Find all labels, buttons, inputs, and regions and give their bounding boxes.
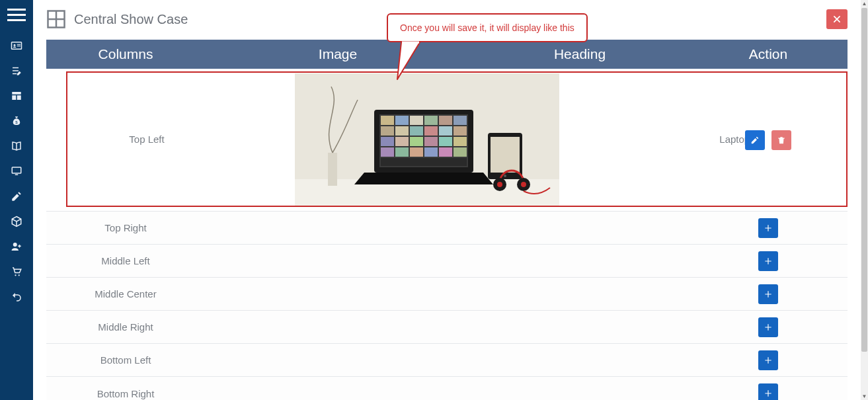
main-content: Central Show Case Columns Image Heading …: [33, 0, 861, 400]
svg-point-11: [13, 243, 17, 247]
callout-tail-icon: [393, 41, 433, 87]
add-button[interactable]: [758, 218, 778, 238]
svg-marker-47: [354, 173, 493, 184]
cell-image: [205, 278, 471, 310]
book-icon[interactable]: [0, 134, 33, 159]
cell-action: [689, 212, 848, 244]
menu-icon[interactable]: [5, 5, 28, 24]
svg-rect-40: [381, 147, 394, 157]
svg-rect-24: [410, 116, 423, 125]
cell-heading: [471, 212, 689, 244]
add-button[interactable]: [758, 317, 778, 337]
svg-point-54: [521, 182, 526, 187]
svg-point-13: [19, 274, 20, 276]
add-button[interactable]: [758, 251, 778, 271]
edit-button[interactable]: [745, 130, 765, 150]
svg-rect-31: [424, 126, 438, 136]
cell-action: [689, 344, 848, 376]
page-title: Central Show Case: [74, 12, 188, 27]
cell-column: Bottom Left: [46, 344, 205, 376]
scroll-down-icon[interactable]: ▼: [861, 393, 868, 400]
cell-heading: [471, 311, 689, 343]
svg-rect-2: [17, 44, 20, 45]
cell-action: [689, 245, 848, 277]
svg-rect-28: [381, 126, 394, 136]
cell-column: Top Left: [67, 73, 226, 206]
cell-image: [205, 245, 471, 277]
edit-list-icon[interactable]: [0, 58, 33, 83]
svg-rect-49: [491, 137, 520, 173]
scroll-thumb[interactable]: [861, 8, 867, 352]
svg-rect-26: [439, 116, 452, 125]
table-body: Top Left: [46, 69, 848, 400]
table-row: Middle Right: [46, 311, 848, 344]
showcase-thumbnail: [295, 73, 559, 206]
svg-rect-37: [424, 137, 438, 146]
table-row: Bottom Left: [46, 344, 848, 377]
table-row: Bottom Right: [46, 377, 848, 400]
svg-rect-9: [12, 167, 21, 173]
table-row: Top Left: [46, 69, 848, 212]
box-icon[interactable]: [0, 209, 33, 234]
cell-action: [689, 377, 848, 400]
svg-rect-10: [15, 175, 19, 176]
grid-icon: [46, 9, 66, 29]
cell-heading: [471, 245, 689, 277]
showcase-table: Columns Image Heading Action Top Left: [46, 40, 848, 400]
svg-rect-29: [395, 126, 409, 136]
th-columns: Columns: [46, 46, 205, 62]
cart-icon[interactable]: [0, 259, 33, 284]
svg-point-53: [497, 182, 502, 187]
cell-column: Bottom Right: [46, 377, 205, 400]
svg-rect-25: [424, 116, 438, 125]
svg-rect-43: [424, 147, 438, 157]
annotation-callout: Once you will save it, it will display l…: [387, 13, 588, 42]
svg-rect-45: [454, 147, 467, 157]
table-header: Columns Image Heading Action: [46, 40, 848, 69]
svg-rect-22: [381, 116, 394, 125]
svg-rect-23: [395, 116, 409, 125]
cell-action: [689, 311, 848, 343]
th-heading: Heading: [471, 46, 689, 62]
svg-rect-5: [12, 95, 16, 100]
svg-rect-3: [17, 46, 20, 46]
cell-image: [205, 344, 471, 376]
table-row: Top Right: [46, 212, 848, 245]
table-row: Middle Left: [46, 245, 848, 278]
cell-heading: [471, 344, 689, 376]
add-button[interactable]: [758, 383, 778, 400]
compose-icon[interactable]: [0, 184, 33, 209]
delete-button[interactable]: [771, 130, 791, 150]
cell-image: [205, 311, 471, 343]
callout-text: Once you will save it, it will display l…: [387, 13, 588, 42]
svg-marker-55: [397, 42, 420, 79]
cell-column: Middle Right: [46, 311, 205, 343]
cell-image: [205, 212, 471, 244]
cell-heading: [471, 377, 689, 400]
scrollbar[interactable]: ▲ ▼: [861, 0, 868, 400]
svg-rect-39: [454, 137, 467, 146]
close-button[interactable]: [826, 9, 848, 29]
svg-rect-27: [454, 116, 467, 125]
add-button[interactable]: [758, 350, 778, 370]
cell-heading: [471, 278, 689, 310]
svg-rect-46: [381, 158, 467, 166]
svg-rect-32: [439, 126, 452, 136]
undo-icon[interactable]: [0, 284, 33, 309]
cell-image: [226, 73, 628, 206]
id-card-icon[interactable]: [0, 33, 33, 58]
monitor-icon[interactable]: [0, 159, 33, 184]
svg-rect-4: [12, 92, 21, 95]
th-action: Action: [689, 46, 848, 62]
add-button[interactable]: [758, 284, 778, 304]
layout-icon[interactable]: [0, 83, 33, 108]
svg-rect-36: [410, 137, 423, 146]
scroll-up-icon[interactable]: ▲: [861, 0, 868, 7]
money-bag-icon[interactable]: $: [0, 108, 33, 134]
svg-rect-34: [381, 137, 394, 146]
svg-point-1: [14, 44, 16, 46]
user-add-icon[interactable]: [0, 234, 33, 259]
svg-rect-30: [410, 126, 423, 136]
cell-action: [689, 278, 848, 310]
svg-rect-41: [395, 147, 409, 157]
